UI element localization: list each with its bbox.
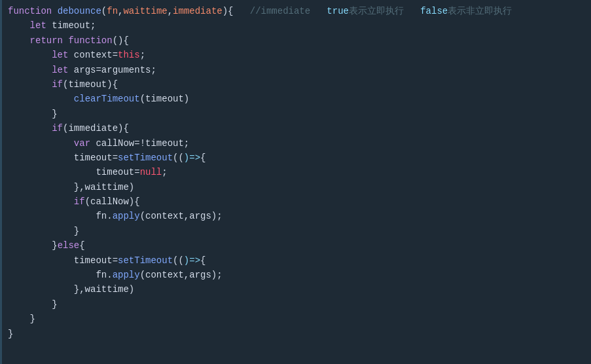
token-plain: }: [8, 109, 58, 119]
code-line: }else{: [0, 238, 591, 253]
token-plain: ((: [173, 255, 184, 266]
token-kw: if: [52, 79, 63, 90]
token-builtin: clearTimeout: [74, 94, 140, 104]
token-plain: fn.: [8, 270, 113, 280]
code-line: timeout=setTimeout(()=>{: [0, 253, 591, 268]
token-comment-text: 表示非立即执行: [448, 6, 512, 16]
token-plain: }: [8, 329, 13, 339]
token-plain: [8, 50, 52, 60]
token-plain: timeout=: [8, 153, 118, 163]
token-method: apply: [113, 270, 140, 280]
code-line: return function(){: [0, 33, 591, 48]
token-plain: (immediate){: [63, 123, 129, 134]
code-line: timeout=null;: [0, 165, 591, 179]
token-param: immediate: [173, 6, 223, 16]
token-plain: callNow=!timeout;: [90, 138, 189, 149]
code-line: }: [0, 312, 591, 326]
code-line: if(callNow){: [0, 194, 591, 209]
token-builtin: setTimeout: [118, 153, 173, 163]
token-arrow: )=>: [184, 153, 200, 163]
token-kw: var: [74, 138, 90, 149]
token-plain: }: [8, 226, 79, 236]
token-comment-text: 表示立即执行: [349, 6, 420, 16]
code-line: let args=arguments;: [0, 63, 591, 77]
token-kw: function: [8, 6, 52, 16]
token-null-kw: null: [140, 167, 162, 177]
token-plain: },waittime): [8, 284, 134, 295]
code-line: }: [0, 224, 591, 238]
token-plain: [8, 35, 30, 46]
token-kw: else: [58, 240, 80, 251]
token-plain: {: [79, 240, 84, 251]
token-plain: [8, 79, 52, 90]
token-plain: (){: [113, 35, 129, 46]
token-plain: [8, 65, 52, 75]
token-plain: }: [8, 299, 58, 310]
code-line: clearTimeout(timeout): [0, 92, 591, 106]
token-kw: function: [68, 35, 112, 46]
left-border: [0, 0, 2, 364]
token-comment-val: true: [327, 6, 349, 16]
code-editor: function debounce(fn,waittime,immediate)…: [0, 0, 591, 364]
token-plain: timeout=: [8, 255, 118, 266]
token-plain: args=arguments;: [68, 65, 156, 75]
token-plain: },waittime): [8, 182, 134, 192]
code-line: timeout=setTimeout(()=>{: [0, 151, 591, 165]
token-plain: timeout;: [46, 20, 96, 31]
token-plain: (callNow){: [85, 196, 140, 207]
code-line: fn.apply(context,args);: [0, 268, 591, 282]
token-plain: ((: [173, 153, 184, 163]
code-line: },waittime): [0, 180, 591, 194]
token-builtin: setTimeout: [118, 255, 173, 266]
token-kw: let: [52, 50, 68, 60]
code-content: function debounce(fn,waittime,immediate)…: [0, 4, 591, 341]
token-plain: fn.: [8, 211, 113, 221]
code-line: fn.apply(context,args);: [0, 209, 591, 223]
code-line: }: [0, 327, 591, 341]
token-plain: (: [101, 6, 107, 16]
token-plain: (context,args);: [140, 270, 223, 280]
code-line: let context=this;: [0, 48, 591, 62]
token-plain: ,: [168, 6, 173, 16]
token-comment-text: //immediate: [250, 6, 327, 16]
code-line: if(timeout){: [0, 77, 591, 92]
token-plain: }: [8, 240, 58, 251]
token-method: apply: [113, 211, 140, 221]
code-line: function debounce(fn,waittime,immediate)…: [0, 4, 591, 18]
token-arrow: )=>: [184, 255, 200, 266]
token-plain: [8, 94, 74, 104]
token-comment-val: false: [420, 6, 448, 16]
token-plain: {: [200, 255, 206, 266]
token-plain: {: [200, 153, 206, 163]
code-line: },waittime): [0, 282, 591, 297]
token-plain: [8, 20, 30, 31]
token-fn-name: debounce: [58, 6, 101, 16]
code-line: }: [0, 297, 591, 312]
code-line: var callNow=!timeout;: [0, 136, 591, 151]
token-plain: (timeout): [140, 94, 190, 104]
token-plain: ;: [140, 50, 145, 60]
token-param: fn: [107, 6, 118, 16]
token-this-kw: this: [118, 50, 140, 60]
code-line: let timeout;: [0, 18, 591, 33]
token-plain: [8, 138, 74, 149]
token-plain: ;: [162, 167, 167, 177]
token-kw: let: [52, 65, 68, 75]
token-plain: (context,args);: [140, 211, 223, 221]
token-kw: if: [52, 123, 63, 134]
token-plain: [8, 123, 52, 134]
token-kw: let: [30, 20, 46, 31]
token-param: waittime: [123, 6, 167, 16]
token-plain: timeout=: [8, 167, 140, 177]
token-kw: return: [30, 35, 63, 46]
token-kw: if: [74, 196, 85, 207]
token-plain: [8, 196, 74, 207]
token-plain: [52, 6, 57, 16]
token-plain: (timeout){: [63, 79, 118, 90]
code-line: }: [0, 107, 591, 121]
code-line: if(immediate){: [0, 121, 591, 136]
token-plain: context=: [68, 50, 118, 60]
token-plain: ){: [223, 6, 250, 16]
token-plain: }: [8, 314, 35, 324]
